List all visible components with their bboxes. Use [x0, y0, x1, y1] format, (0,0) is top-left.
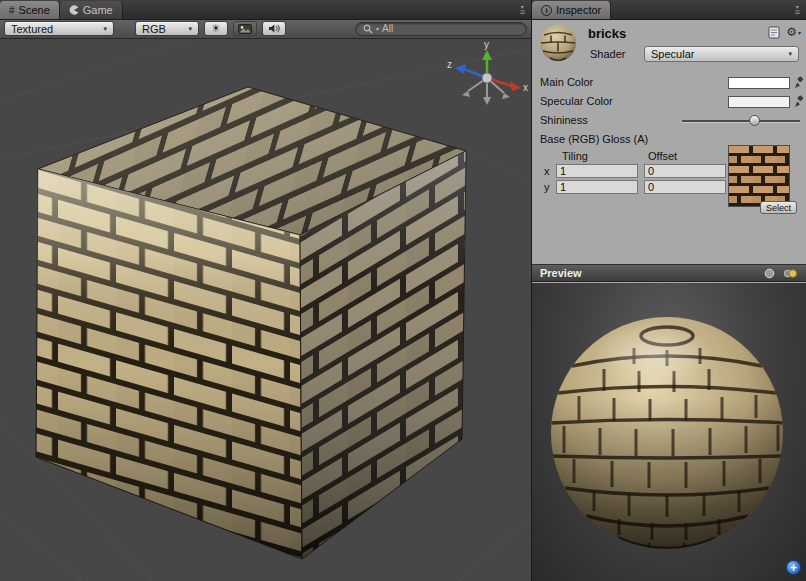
axis-x-label: x — [523, 82, 528, 93]
select-texture-button[interactable]: Select — [760, 201, 797, 214]
draw-mode-value: Textured — [11, 23, 53, 35]
render-mode-value: RGB — [142, 23, 166, 35]
preview-lighting-toggle-icon[interactable] — [783, 268, 798, 279]
main-color-label: Main Color — [540, 76, 593, 88]
gear-icon[interactable]: ⚙ ▾ — [786, 25, 801, 39]
search-filter-arrow-icon: ▾ — [376, 25, 379, 32]
axis-z-label: z — [447, 59, 452, 70]
scene-viewport[interactable]: y x z — [0, 39, 531, 581]
scene-toolbar: Textured ▾ RGB ▾ ☀ ▾ All — [0, 19, 531, 39]
offset-y-input[interactable] — [644, 180, 726, 194]
slider-track — [682, 120, 800, 123]
tab-game[interactable]: Game — [60, 1, 123, 19]
scene-lighting-button[interactable]: ☀ — [204, 21, 228, 36]
specular-color-label: Specular Color — [540, 95, 613, 107]
render-mode-dropdown[interactable]: RGB ▾ — [135, 21, 199, 36]
material-preview-icon[interactable] — [538, 23, 578, 67]
scene-3d-view: y x z — [0, 39, 531, 581]
axis-y-handle — [482, 50, 492, 60]
orientation-gizmo[interactable]: y x z — [447, 39, 528, 105]
scene-skybox-button[interactable] — [233, 21, 257, 36]
offset-header: Offset — [648, 150, 677, 162]
scene-grid-icon: # — [9, 5, 15, 16]
axis-x-row-label: x — [544, 165, 550, 177]
dropdown-arrow-icon: ▾ — [188, 25, 192, 33]
tab-inspector-label: Inspector — [556, 4, 601, 16]
tiling-header: Tiling — [562, 150, 588, 162]
help-icon[interactable] — [768, 26, 780, 39]
material-inspector: bricks Shader Specular ▾ ⚙ ▾ Main Color … — [532, 19, 806, 264]
offset-x-input[interactable] — [644, 164, 726, 178]
inspector-panel: i Inspector ▾ ≡ — [531, 0, 806, 581]
brick-cube — [36, 87, 466, 559]
add-button[interactable]: + — [786, 560, 801, 575]
preview-header: Preview — [532, 264, 806, 282]
dropdown-arrow-icon: ▾ — [788, 50, 792, 58]
scene-panel-menu-icon[interactable]: ▾ ≡ — [514, 0, 531, 19]
scene-tabbar: # Scene Game ▾ ≡ — [0, 0, 531, 20]
preview-title: Preview — [540, 267, 582, 279]
shininess-label: Shininess — [540, 114, 588, 126]
search-text: All — [382, 23, 393, 34]
tab-inspector[interactable]: i Inspector — [532, 1, 611, 19]
info-icon: i — [541, 5, 552, 16]
search-icon — [363, 24, 373, 34]
eyedropper-icon[interactable] — [794, 94, 804, 112]
scene-audio-button[interactable] — [262, 21, 286, 36]
inspector-panel-menu-icon[interactable]: ▾ ≡ — [789, 0, 806, 19]
shader-label: Shader — [590, 48, 625, 60]
tab-game-label: Game — [83, 4, 113, 16]
shader-dropdown[interactable]: Specular ▾ — [644, 46, 799, 62]
scene-search-input[interactable]: ▾ All — [355, 22, 527, 36]
material-name: bricks — [588, 26, 626, 41]
shininess-thumb[interactable] — [749, 115, 760, 126]
tab-scene-label: Scene — [19, 4, 50, 16]
draw-mode-dropdown[interactable]: Textured ▾ — [4, 21, 114, 36]
tiling-x-input[interactable] — [556, 164, 638, 178]
speaker-icon — [268, 23, 281, 34]
preview-sphere — [532, 283, 806, 581]
material-preview-viewport[interactable]: + — [532, 283, 806, 581]
dropdown-arrow-icon: ▾ — [103, 25, 107, 33]
shininess-slider[interactable] — [682, 115, 800, 127]
scene-panel: # Scene Game ▾ ≡ Textured ▾ RGB ▾ ☀ — [0, 0, 531, 581]
axis-y-label: y — [484, 39, 489, 50]
axis-z-handle — [455, 64, 466, 74]
preview-sphere-toggle-icon[interactable] — [764, 268, 775, 279]
axis-y-row-label: y — [544, 181, 550, 193]
specular-color-swatch[interactable] — [728, 96, 790, 108]
shader-value: Specular — [651, 48, 694, 60]
game-icon — [69, 5, 79, 15]
sun-icon: ☀ — [211, 22, 221, 35]
tiling-y-input[interactable] — [556, 180, 638, 194]
axis-x-handle — [510, 81, 521, 91]
tab-scene[interactable]: # Scene — [0, 1, 60, 19]
inspector-tabbar: i Inspector ▾ ≡ — [532, 0, 806, 20]
texture-thumbnail[interactable] — [728, 145, 790, 207]
skybox-icon — [238, 24, 252, 34]
main-color-swatch[interactable] — [728, 77, 790, 89]
base-map-label: Base (RGB) Gloss (A) — [540, 133, 648, 145]
eyedropper-icon[interactable] — [794, 75, 804, 93]
